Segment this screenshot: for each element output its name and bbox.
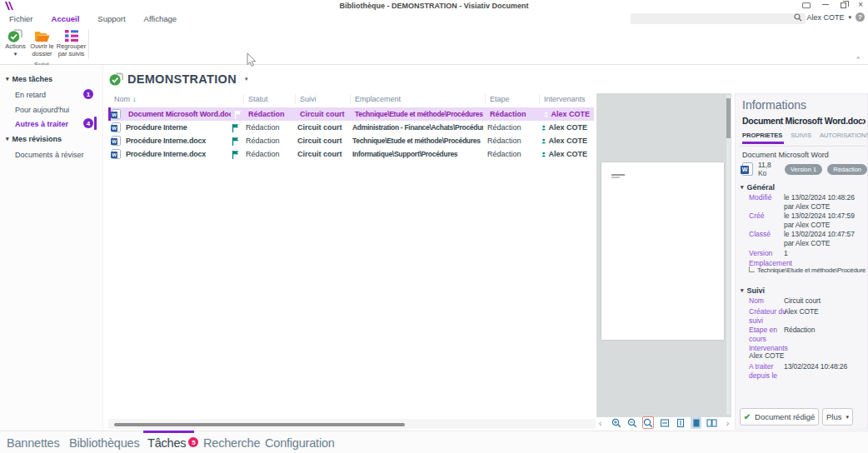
preview-page	[601, 162, 724, 340]
cell-nom: Procédure Interne.docx	[122, 137, 228, 145]
chevron-right-icon[interactable]: ›	[722, 416, 733, 429]
bottom-tab-taches[interactable]: Tâches 5	[147, 436, 198, 450]
plus-button[interactable]: Plus ▾	[822, 408, 853, 426]
open-folder-label: Ouvrir le dossier	[27, 43, 57, 57]
field-label: Créé	[749, 212, 787, 221]
section-label: Mes révisions	[12, 135, 62, 143]
preview-text-line	[611, 174, 625, 176]
sort-desc-icon: ↓	[132, 95, 137, 103]
collapse-ribbon-icon[interactable]: ⌃	[855, 56, 861, 64]
zoom-selection-icon[interactable]	[642, 416, 654, 429]
minimize-button[interactable]	[822, 4, 829, 5]
bottom-tab-configuration[interactable]: Configuration	[265, 436, 335, 450]
cell-emplacement: Informatique\Support\Procédures	[348, 150, 483, 158]
bottom-tab-bannettes[interactable]: Bannettes	[7, 436, 60, 450]
menu-support[interactable]: Support	[88, 12, 134, 25]
divider	[739, 146, 866, 147]
cell-emplacement: Technique\Etude et méthode\Procédures	[351, 110, 486, 118]
menu-fichier[interactable]: Fichier	[0, 12, 42, 25]
table-row[interactable]: Procédure Interne.docx Rédaction Circuit…	[108, 134, 594, 147]
menu-accueil[interactable]: Accueil	[42, 12, 89, 25]
section-suivi[interactable]: ▾ Suivi	[741, 286, 765, 295]
bottom-tab-bibliotheques[interactable]: Bibliothèques	[69, 436, 139, 450]
ribbon-separator	[88, 29, 89, 59]
preview-toolbar: ‹ ›	[595, 416, 733, 430]
group-by-suivis-button[interactable]: Regrouper par suivis	[57, 27, 86, 61]
preview-text-line	[611, 177, 620, 178]
active-item-indicator	[94, 117, 97, 130]
sidebar-item-autres-a-traiter[interactable]: Autres à traiter	[15, 120, 68, 128]
chevron-down-icon[interactable]: ▾	[848, 14, 851, 21]
info-panel: Informations Document Microsoft Word.doc…	[735, 93, 868, 430]
column-header-statut[interactable]: Statut	[243, 94, 295, 104]
sidebar-item-pour-aujourdhui[interactable]: Pour aujourd'hui	[15, 106, 69, 114]
cell-nom: Document Microsoft Word.docx	[124, 110, 231, 118]
scrollbar-thumb[interactable]	[114, 423, 405, 426]
actions-button[interactable]: Actions ▾	[1, 27, 30, 61]
chevron-down-icon[interactable]: ▾	[245, 76, 248, 82]
bottom-tab-recherche[interactable]: Recherche	[203, 436, 260, 450]
bottombar: Bannettes Bibliothèques Tâches 5 Recherc…	[0, 431, 868, 453]
column-header-intervenants[interactable]: Intervenants	[539, 94, 589, 104]
sidebar-section-mes-revisions[interactable]: ▾ Mes révisions	[6, 135, 62, 143]
person-icon	[544, 111, 548, 118]
search-icon[interactable]	[794, 13, 802, 22]
actions-check-icon	[7, 27, 23, 43]
sidebar-item-en-retard[interactable]: En retard	[15, 91, 46, 99]
column-header-emplacement[interactable]: Emplacement	[350, 94, 485, 104]
fit-width-icon[interactable]	[659, 416, 670, 429]
cell-statut: Rédaction	[244, 110, 296, 118]
field-label: Classé	[749, 230, 787, 239]
sidebar-section-mes-taches[interactable]: ▾ Mes tâches	[6, 75, 52, 83]
word-file-icon	[108, 149, 122, 159]
horizontal-scrollbar[interactable]	[108, 419, 596, 429]
zoom-out-icon[interactable]	[626, 416, 637, 429]
field-value: 13/02/2024 10:48:26	[784, 362, 866, 371]
cell-suivi: Circuit court	[293, 150, 348, 158]
sidebar-item-documents-a-reviser[interactable]: Documents à réviser	[15, 151, 84, 159]
person-icon	[541, 151, 546, 158]
actual-size-icon[interactable]	[691, 416, 701, 429]
preview-scrollbar[interactable]	[726, 95, 731, 415]
touch-keyboard-icon[interactable]	[802, 2, 811, 8]
open-folder-button[interactable]: Ouvrir le dossier	[27, 27, 57, 61]
close-button[interactable]: ×	[858, 2, 863, 8]
zoom-in-icon[interactable]	[611, 416, 621, 429]
version-badge: Version 1	[785, 164, 822, 175]
location-value[interactable]: Technique\Etude et méthode\Procédures	[749, 266, 866, 274]
tab-proprietes[interactable]: PROPRIETES	[742, 132, 782, 139]
document-redige-button[interactable]: ✔ Document rédigé	[740, 408, 819, 426]
field-value: Circuit court	[784, 296, 866, 306]
document-name: Document Microsoft Word	[742, 151, 829, 159]
table-row[interactable]: Procédure Interne.docx Rédaction Circuit…	[108, 147, 594, 161]
person-icon	[541, 137, 546, 145]
restore-button[interactable]	[841, 2, 846, 8]
search-input[interactable]	[631, 13, 806, 24]
chevron-left-icon[interactable]: ‹	[595, 416, 606, 429]
active-tab-indicator	[742, 142, 784, 144]
cell-etape: Rédaction	[483, 150, 537, 158]
taches-count-badge: 5	[188, 437, 198, 447]
column-header-nom[interactable]: Nom↓	[110, 94, 243, 104]
field-value: Alex COTE	[784, 307, 866, 316]
open-folder-icon	[34, 27, 50, 43]
help-icon[interactable]: ?	[856, 12, 865, 22]
table-row[interactable]: Procédure Interne Rédaction Circuit cour…	[108, 121, 594, 134]
column-header-etape[interactable]: Etape	[485, 94, 539, 104]
book-view-icon[interactable]	[706, 416, 717, 429]
document-preview-pane[interactable]	[596, 93, 731, 417]
cell-emplacement: Technique\Etude et méthode\Procédures	[348, 137, 483, 145]
table-row[interactable]: Document Microsoft Word.docx Rédaction C…	[108, 107, 594, 121]
en-retard-badge: 1	[83, 89, 93, 99]
section-general[interactable]: ▾ Général	[741, 183, 775, 192]
cell-intervenants: Alex COTE	[537, 150, 587, 158]
user-menu[interactable]: Alex COTE	[806, 13, 844, 22]
tab-suivis[interactable]: SUIVIS	[791, 132, 811, 139]
column-header-suivi[interactable]: Suivi	[295, 94, 350, 104]
tab-autorisations[interactable]: AUTORISATIONS	[820, 132, 868, 139]
fit-page-icon[interactable]	[675, 416, 686, 429]
menu-affichage[interactable]: Affichage	[135, 12, 186, 25]
info-panel-title: Informations	[742, 98, 806, 112]
page-title: DEMONSTRATION	[127, 72, 237, 86]
scrollbar-thumb[interactable]	[726, 98, 731, 138]
